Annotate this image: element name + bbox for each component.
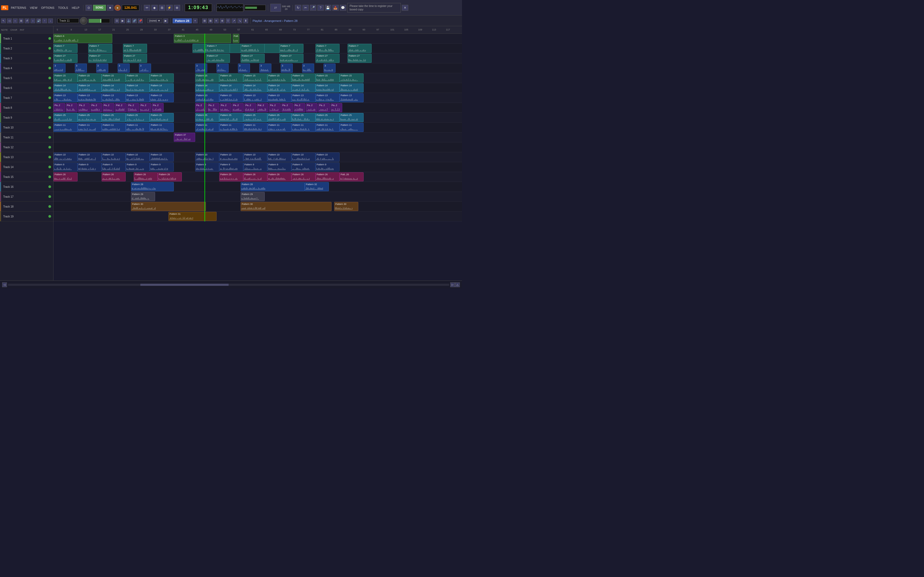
mixer-icon[interactable]: ⊙ bbox=[86, 5, 92, 11]
pattern-block[interactable]: Pattern 15 bbox=[126, 73, 150, 82]
pattern-block[interactable]: Pattern 14 bbox=[315, 83, 339, 92]
pattern-block[interactable]: Pattern 15 bbox=[78, 73, 102, 82]
playlist-btn[interactable]: ⊡ bbox=[115, 18, 119, 23]
pattern-block[interactable]: Pattern 14 bbox=[243, 83, 267, 92]
pattern-block[interactable]: 3 bbox=[139, 64, 151, 73]
pattern-block[interactable]: Pattern 10 bbox=[291, 153, 315, 162]
none-dropdown[interactable]: (none) ▼ bbox=[147, 18, 162, 23]
pattern-block[interactable]: Pattern 25 bbox=[219, 113, 243, 122]
group-btn[interactable]: ⊞ bbox=[202, 18, 207, 23]
pattern-block[interactable]: Pattern 31 bbox=[168, 212, 216, 221]
pattern-block[interactable]: Pattern 13 bbox=[53, 93, 78, 102]
pattern-block[interactable]: Pattern 27 bbox=[206, 54, 230, 63]
track-row-15[interactable]: Track 15 bbox=[0, 172, 53, 182]
track-row-14[interactable]: Track 14 bbox=[0, 162, 53, 172]
pattern-block[interactable]: Pattern 26 bbox=[291, 172, 315, 181]
horizontal-scrollbar[interactable] bbox=[8, 284, 449, 286]
cursor-tool[interactable]: ↖ bbox=[1, 18, 6, 23]
pattern-block[interactable]: 3 bbox=[96, 64, 108, 73]
track-vol-14[interactable] bbox=[48, 166, 51, 168]
pattern-block[interactable]: Pa..2 bbox=[281, 103, 293, 112]
arrange-row-9[interactable]: Pattern 25Pattern 25Pattern 25Pattern 25… bbox=[53, 113, 462, 122]
erase-tool[interactable]: ◆ bbox=[151, 5, 158, 11]
pattern-block[interactable]: Pat..2 bbox=[257, 103, 268, 112]
pattern-block[interactable]: Pattern 10 bbox=[195, 153, 219, 162]
menu-options[interactable]: OPTIONS bbox=[40, 6, 56, 10]
pattern-block[interactable]: Pattern 25 bbox=[243, 113, 267, 122]
track-row-5[interactable]: Track 5 bbox=[0, 73, 53, 83]
pattern-block[interactable]: Pattern 6 bbox=[233, 34, 239, 43]
pattern-block[interactable]: Pattern 9 bbox=[150, 163, 174, 171]
track-row-2[interactable]: Track 2 bbox=[0, 44, 53, 53]
pattern-block[interactable]: Pattern 10 bbox=[267, 153, 291, 162]
pattern-block[interactable]: Pattern 11 bbox=[53, 123, 78, 132]
pattern-block[interactable]: Pattern 27 bbox=[53, 54, 78, 63]
pattern-block[interactable]: Pa..2 bbox=[306, 103, 318, 112]
track-row-18[interactable]: Track 18 bbox=[0, 201, 53, 211]
arrange-row-6[interactable]: Pattern 14Pattern 14Pattern 14Pattern 14… bbox=[53, 83, 462, 93]
pattern-block[interactable]: Pattern 9 bbox=[315, 163, 339, 171]
arrange-row-10[interactable]: Pattern 11Pattern 11Pattern 11Pattern 11… bbox=[53, 122, 462, 132]
pattern-block[interactable]: 3 bbox=[53, 64, 66, 73]
pattern-block[interactable]: Pattern 30 bbox=[241, 202, 331, 211]
pattern-block[interactable]: Pattern 10 bbox=[150, 153, 174, 162]
pattern-block[interactable]: Pattern 15 bbox=[53, 73, 78, 82]
pattern-block[interactable]: Pattern 26 bbox=[243, 172, 267, 181]
pattern-block[interactable]: Pattern 29 bbox=[131, 192, 155, 201]
track-vol-3[interactable] bbox=[48, 57, 51, 60]
arrange-row-13[interactable]: Pattern 10Pattern 10Pattern 10Pattern 10… bbox=[53, 152, 462, 162]
pattern-block[interactable]: Pattern 15 bbox=[150, 73, 174, 82]
pattern-block[interactable]: Pattern 11 bbox=[339, 123, 363, 132]
pattern-block[interactable]: Pattern 11 bbox=[126, 123, 150, 132]
tempo-display[interactable]: 126.041 bbox=[122, 5, 139, 11]
pattern-block[interactable]: 3 bbox=[302, 64, 314, 73]
track-vol-11[interactable] bbox=[48, 136, 51, 139]
pattern-block[interactable]: Pattern 11 bbox=[150, 123, 174, 132]
track-row-13[interactable]: Track 13 bbox=[0, 152, 53, 162]
pattern-block[interactable]: Pattern 13 bbox=[102, 93, 126, 102]
pattern-block[interactable]: Pa..2 bbox=[330, 103, 342, 112]
pattern-block[interactable]: 3 bbox=[238, 64, 250, 73]
pattern-block[interactable]: Pa..2 bbox=[269, 103, 281, 112]
pattern-block[interactable]: Pattern 26 bbox=[102, 172, 126, 181]
down-icon[interactable]: ⬇ bbox=[243, 18, 248, 23]
arrange-row-8[interactable]: Pa..2Pa..2Pa..2Pa..2Pa..2Pat..2Pa..2Pa..… bbox=[53, 103, 462, 113]
pattern-block[interactable]: Pattern 15 bbox=[102, 73, 126, 82]
track-vol-19[interactable] bbox=[48, 215, 51, 218]
pattern-block[interactable]: Pattern 27 bbox=[315, 54, 339, 63]
slice-tool[interactable]: ⊗ bbox=[174, 5, 180, 11]
master-volume-knob[interactable] bbox=[80, 17, 87, 24]
arrow-right-btn[interactable]: ▶ bbox=[120, 18, 125, 23]
mic-icon[interactable]: 🎤 bbox=[310, 5, 316, 11]
track-row-10[interactable]: Track 10 bbox=[0, 122, 53, 132]
play-pattern-btn[interactable]: ▶ bbox=[163, 18, 168, 23]
pattern-block[interactable]: Pattern 7 bbox=[53, 44, 78, 53]
pattern-block[interactable]: Pattern 13 bbox=[315, 93, 339, 102]
pattern-block[interactable]: Pattern 14 bbox=[150, 83, 174, 92]
track-vol-9[interactable] bbox=[48, 116, 51, 119]
pattern-block[interactable]: Pattern 14 bbox=[78, 83, 102, 92]
pattern-block[interactable]: Pattern 14 bbox=[53, 83, 78, 92]
pattern-block[interactable]: Pattern 27 bbox=[279, 54, 304, 63]
track-row-6[interactable]: Track 6 bbox=[0, 83, 53, 93]
arrange-row-11[interactable]: Pattern 37 bbox=[53, 132, 462, 142]
pattern-block[interactable]: Pattern 9 bbox=[219, 163, 243, 171]
track-vol-4[interactable] bbox=[48, 67, 51, 69]
pattern-block[interactable]: Pattern 25 bbox=[195, 113, 219, 122]
pattern-block[interactable]: Pattern 13 bbox=[219, 93, 243, 102]
pattern-block[interactable]: Pattern 13 bbox=[195, 93, 219, 102]
pattern-block[interactable]: Pa..2 bbox=[232, 103, 244, 112]
arrange-row-17[interactable]: Pattern 29Pattern 29 bbox=[53, 192, 462, 201]
pattern-block[interactable]: Pattern 13 bbox=[267, 93, 291, 102]
close-register-icon[interactable]: ✕ bbox=[402, 5, 408, 11]
export-icon[interactable]: 📤 bbox=[332, 5, 339, 11]
pattern-block[interactable]: Pattern 7 bbox=[88, 44, 112, 53]
pattern-block[interactable]: Pattern 13 bbox=[291, 93, 315, 102]
pattern-block[interactable]: Pattern 10 bbox=[53, 153, 78, 162]
pattern-block[interactable]: 3 bbox=[216, 64, 229, 73]
pattern-block[interactable]: Pattern 11 bbox=[243, 123, 267, 132]
scroll-up-btn[interactable]: △ bbox=[455, 282, 460, 287]
pattern-block[interactable]: Pattern 10 bbox=[78, 153, 102, 162]
pattern-block[interactable]: Pattern 10 bbox=[315, 153, 339, 162]
track-row-7[interactable]: Track 7 bbox=[0, 93, 53, 103]
